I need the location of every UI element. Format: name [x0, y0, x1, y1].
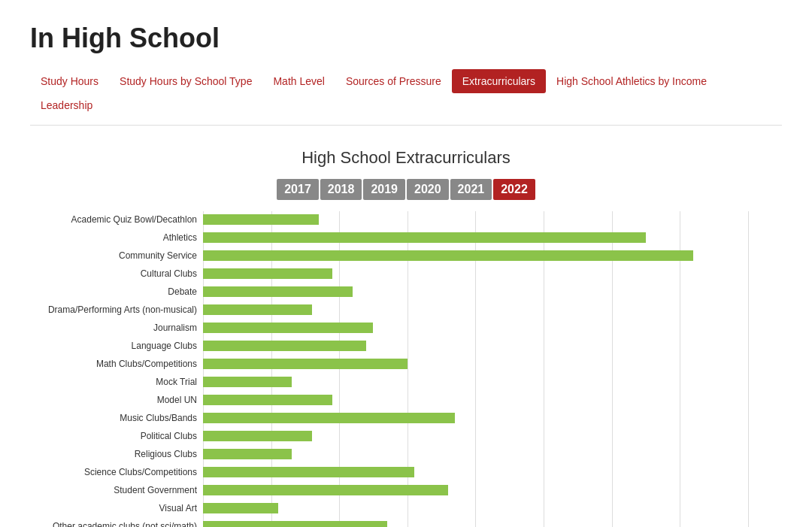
year-2017: 2017	[277, 179, 319, 200]
year-2022: 2022	[493, 179, 535, 200]
bar-fill	[203, 449, 292, 459]
bar-fill	[203, 286, 353, 297]
tab-extracurriculars[interactable]: Extracurriculars	[452, 69, 546, 93]
bar-fill	[203, 431, 312, 441]
page-title: In High School	[30, 23, 782, 54]
bar-fill	[203, 304, 312, 315]
bar-fill	[203, 485, 448, 495]
year-2021: 2021	[450, 179, 492, 200]
bar-label: Music Clubs/Bands	[30, 410, 203, 426]
bar-label: Religious Clubs	[30, 446, 203, 462]
bar-label: Cultural Clubs	[30, 265, 203, 282]
tab-study-hours-school[interactable]: Study Hours by School Type	[109, 69, 262, 93]
bar-fill	[203, 341, 366, 351]
bar-fill	[203, 232, 646, 243]
bar-label: Mock Trial	[30, 374, 203, 390]
bar-fill	[203, 413, 455, 423]
tab-math-level[interactable]: Math Level	[262, 69, 335, 93]
bar-label: Journalism	[30, 320, 203, 336]
bar-label: Political Clubs	[30, 428, 203, 444]
tab-athletics-income[interactable]: High School Athletics by Income	[546, 69, 717, 93]
bar-labels: Academic Quiz Bowl/DecathlonAthleticsCom…	[30, 211, 203, 527]
tab-leadership[interactable]: Leadership	[30, 93, 103, 117]
bar-label: Drama/Performing Arts (non-musical)	[30, 301, 203, 318]
tab-sources-pressure[interactable]: Sources of Pressure	[335, 69, 452, 93]
bar-fill	[203, 268, 332, 279]
bar-fill	[203, 521, 387, 527]
bar-fill	[203, 377, 292, 387]
bar-fill	[203, 323, 373, 333]
bar-fill	[203, 503, 278, 513]
year-2018: 2018	[320, 179, 362, 200]
bar-label: Debate	[30, 283, 203, 300]
bar-label: Academic Quiz Bowl/Decathlon	[30, 211, 203, 228]
bar-label: Language Clubs	[30, 338, 203, 354]
year-legend: 2017 2018 2019 2020 2021 2022	[30, 179, 782, 200]
bar-fill	[203, 359, 408, 369]
bar-fill	[203, 214, 319, 225]
year-2019: 2019	[363, 179, 405, 200]
bar-fill	[203, 467, 414, 477]
navigation-tabs: Study Hours Study Hours by School Type M…	[30, 69, 782, 126]
bar-label: Student Government	[30, 482, 203, 498]
bar-label: Visual Art	[30, 500, 203, 516]
bar-chart: Academic Quiz Bowl/DecathlonAthleticsCom…	[30, 211, 782, 527]
bar-label: Science Clubs/Competitions	[30, 464, 203, 480]
chart-container: High School Extracurriculars 2017 2018 2…	[30, 141, 782, 527]
chart-title: High School Extracurriculars	[30, 148, 782, 168]
bar-label: Community Service	[30, 247, 203, 264]
bar-label: Math Clubs/Competitions	[30, 356, 203, 372]
bar-label: Model UN	[30, 392, 203, 408]
bar-fill	[203, 395, 332, 405]
bar-fill	[203, 250, 693, 261]
bar-label: Athletics	[30, 229, 203, 246]
tab-study-hours[interactable]: Study Hours	[30, 69, 109, 93]
bar-label: Other academic clubs (not sci/math)	[30, 518, 203, 527]
year-2020: 2020	[407, 179, 449, 200]
bars-area	[203, 211, 782, 527]
